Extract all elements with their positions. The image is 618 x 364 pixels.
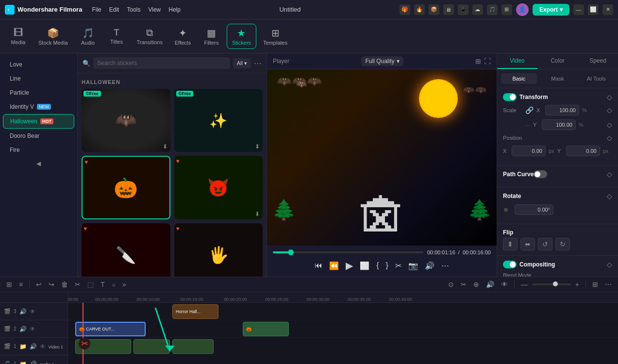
track-vol-icon[interactable]: 🔊 [19, 308, 27, 315]
gift-icon[interactable]: 🎁 [400, 4, 410, 15]
menu-edit[interactable]: Edit [109, 6, 119, 13]
tl-magnet-button[interactable]: ✂ [458, 279, 469, 290]
toolbar-filters[interactable]: ▦ Filters [198, 24, 225, 49]
track-eye-icon[interactable]: 👁 [30, 308, 35, 315]
flip-rotate-right-button[interactable]: ↻ [555, 238, 570, 250]
tab-video[interactable]: Video [497, 53, 537, 69]
tl-text-button[interactable]: T [98, 279, 107, 290]
filter-all-button[interactable]: All ▾ [233, 58, 251, 68]
tl-zoom-slider[interactable] [532, 283, 571, 285]
audio-vol-icon[interactable]: 🔊 [30, 361, 37, 364]
tl-more-button[interactable]: » [120, 279, 129, 290]
clip-carve-1[interactable]: 🎃 CARVE OUT... [75, 322, 146, 336]
tl-keyframe-button[interactable]: ⬦ [109, 279, 118, 290]
transform-toggle[interactable] [503, 93, 517, 101]
tl-layout-button[interactable]: ⊞ [4, 279, 15, 290]
sidebar-collapse-button[interactable]: ◀ [0, 157, 77, 170]
menu-help[interactable]: Help [168, 6, 181, 13]
play-button[interactable]: ▶ [344, 258, 354, 273]
tl-list-button[interactable]: ≡ [17, 279, 25, 290]
mark-in-button[interactable]: { [375, 260, 380, 271]
path-curve-keyframe[interactable]: ◇ [607, 170, 612, 178]
sidebar-item-particle[interactable]: Particle [3, 86, 74, 99]
box-icon[interactable]: 📦 [429, 4, 439, 15]
more-options-button[interactable]: ⋯ [254, 59, 262, 68]
quality-select[interactable]: Full Quality ▾ [361, 56, 403, 66]
scale-y-keyframe[interactable]: ◇ [607, 121, 612, 129]
position-y-input[interactable] [566, 146, 600, 156]
compositing-toggle[interactable] [503, 261, 517, 268]
sidebar-item-line[interactable]: Line [3, 72, 74, 85]
sidebar-item-identity-v[interactable]: Identity V NEW [3, 100, 74, 114]
tl-delete-button[interactable]: 🗑 [59, 279, 70, 290]
toolbar-stock-media[interactable]: 📦 Stock Media [33, 24, 73, 49]
monitor-icon[interactable]: 🖥 [443, 4, 454, 15]
download-icon[interactable]: ⬇ [163, 143, 167, 150]
audio-folder-icon[interactable]: 📁 [19, 361, 27, 364]
toolbar-transitions[interactable]: ⧉ Transitions [132, 24, 167, 48]
toolbar-stickers[interactable]: ★ Stickers [227, 24, 256, 49]
scale-x-input[interactable] [545, 105, 579, 116]
tl-redo-button[interactable]: ↪ [46, 279, 57, 290]
progress-bar[interactable] [273, 251, 423, 253]
toolbar-audio[interactable]: 🎵 Audio [75, 24, 101, 49]
music-icon[interactable]: 🎵 [487, 4, 498, 15]
search-input[interactable] [93, 57, 230, 69]
tl-cut-button[interactable]: ✂ [72, 279, 83, 290]
avatar[interactable]: 👤 [516, 3, 529, 16]
toolbar-media[interactable]: 🎞 Media [5, 24, 32, 48]
cloud-icon[interactable]: ☁ [472, 4, 483, 15]
stop-button[interactable]: ⬜ [358, 260, 371, 272]
minimize-button[interactable]: — [573, 4, 584, 15]
progress-thumb[interactable] [288, 249, 294, 255]
close-button[interactable]: ✕ [602, 4, 613, 15]
sticker-item-2[interactable]: ©Free ⬇ [174, 89, 263, 152]
tl-undo-button[interactable]: ↩ [33, 279, 44, 290]
position-keyframe[interactable]: ◇ [607, 134, 612, 142]
track2-vol-icon[interactable]: 🔊 [19, 326, 27, 332]
position-x-input[interactable] [512, 146, 546, 156]
sidebar-item-dooro-bear[interactable]: Dooro Bear [3, 129, 74, 143]
clip-video-3[interactable] [172, 339, 214, 354]
path-curve-toggle[interactable] [534, 170, 547, 178]
flip-rotate-left-button[interactable]: ↺ [538, 238, 552, 250]
fullscreen-icon[interactable]: ⛶ [484, 57, 491, 65]
compositing-keyframe[interactable]: ◇ [607, 261, 612, 268]
playhead[interactable] [83, 303, 84, 364]
sidebar-item-halloween[interactable]: Halloween HOT [3, 114, 74, 129]
toolbar-templates[interactable]: ⊞ Templates [258, 24, 292, 49]
clip-carve-2[interactable]: 🎃 [243, 322, 289, 336]
mark-out-button[interactable]: } [384, 260, 390, 271]
menu-view[interactable]: View [148, 6, 161, 13]
rotate-input[interactable] [515, 204, 553, 215]
sticker-item-3[interactable]: ♥ [82, 156, 170, 219]
download-icon[interactable]: ⬇ [255, 211, 260, 217]
maximize-button[interactable]: ⬜ [588, 4, 599, 15]
rotate-keyframe[interactable]: ◇ [607, 192, 612, 200]
track1-vol-icon[interactable]: 🔊 [30, 343, 37, 350]
subtab-ai-tools[interactable]: AI Tools [578, 73, 614, 84]
volume-button[interactable]: 🔊 [423, 260, 436, 272]
tab-color[interactable]: Color [537, 53, 578, 69]
flip-horizontal-button[interactable]: ⬌ [520, 238, 535, 250]
trim-button[interactable]: ✂ [394, 260, 403, 272]
sticker-item-1[interactable]: ©Free ⬇ [82, 89, 170, 152]
tl-settings-button[interactable]: ⋯ [602, 279, 614, 290]
sticker-item-6[interactable]: ♥ ⬇ [174, 223, 263, 277]
snapshot-button[interactable]: 📷 [407, 260, 419, 272]
menu-tools[interactable]: Tools [127, 6, 140, 13]
toolbar-titles[interactable]: T Titles [103, 25, 130, 48]
tl-zoom-plus[interactable]: + [573, 279, 582, 290]
lock-icon[interactable]: 🔗 [525, 106, 534, 114]
menu-file[interactable]: File [92, 6, 101, 13]
tl-snap-button[interactable]: ⊙ [446, 279, 456, 290]
sticker-item-5[interactable]: ♥ [82, 223, 170, 277]
grid-view-icon[interactable]: ⊞ [475, 57, 481, 65]
transform-keyframe-icon[interactable]: ◇ [607, 93, 612, 101]
tl-crop-button[interactable]: ⬚ [85, 279, 96, 290]
tl-grid-button[interactable]: ⊞ [590, 279, 601, 290]
tl-track-button[interactable]: ⊕ [471, 279, 482, 290]
grid-icon[interactable]: ⊞ [501, 4, 512, 15]
toolbar-effects[interactable]: ✦ Effects [169, 24, 196, 49]
sticker-item-4[interactable]: ♥ ⬇ [174, 156, 263, 219]
